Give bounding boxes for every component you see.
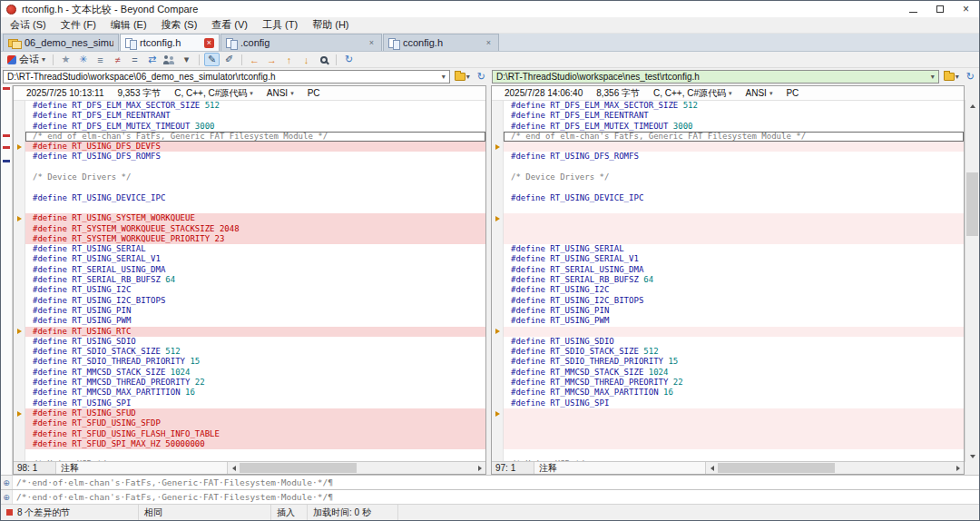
right-format-dropdown[interactable]: C, C++, C#源代码 [653, 87, 726, 100]
code-line[interactable]: #define RT_SDIO_STACK_SIZE 512 [504, 347, 964, 357]
tab-close-icon[interactable]: × [367, 38, 377, 48]
left-line-ending[interactable]: PC [308, 88, 320, 98]
scroll-left-button[interactable] [228, 462, 240, 474]
code-line[interactable]: #define RT_USING_SERIAL_V1 [504, 254, 964, 264]
line-detail-text[interactable]: /*·end·of·elm-chan's·FatFs,·Generic·FAT·… [13, 490, 979, 504]
left-reload-file-button[interactable]: ↻ [475, 70, 488, 84]
code-line[interactable]: #define RT_DFS_ELM_MAX_SECTOR_SIZE 512 [504, 101, 964, 111]
code-line[interactable]: #define RT_DFS_ELM_MAX_SECTOR_SIZE 512 [25, 101, 485, 111]
code-line[interactable]: #define RT_USING_PIN [504, 306, 964, 316]
code-line[interactable]: #define RT_USING_DFS_ROMFS [25, 152, 485, 162]
previous-difference-icon[interactable]: ↑ [281, 53, 297, 66]
code-line[interactable]: #define RT_USING_DEVICE_IPC [25, 193, 485, 203]
menu-item[interactable]: 查看 (V) [204, 17, 255, 33]
code-line[interactable]: #define RT_USING_PWM [504, 316, 964, 326]
code-line[interactable]: #define RT_USING_SPI [504, 398, 964, 408]
session-menu-button[interactable]: 会话 ▾ [5, 53, 48, 66]
scroll-track[interactable] [240, 462, 474, 474]
code-line[interactable]: /* end of elm-chan's FatFs, Generic FAT … [504, 132, 964, 142]
code-line[interactable] [504, 429, 964, 439]
swap-sides-icon[interactable]: ⇄ [144, 53, 160, 66]
code-line[interactable] [504, 234, 964, 244]
code-line[interactable]: #define RT_SFUD_SPI_MAX_HZ 50000000 [25, 439, 485, 449]
code-line[interactable]: /* Device Drivers */ [504, 172, 964, 182]
maximize-button[interactable] [926, 1, 953, 17]
tab-rtconfig-h[interactable]: rtconfig.h× [120, 34, 220, 51]
code-line[interactable] [504, 327, 964, 337]
next-difference-icon[interactable]: ↓ [299, 53, 314, 66]
left-browse-button[interactable]: ▾ [452, 70, 473, 84]
code-line[interactable]: #define RT_SDIO_STACK_SIZE 512 [25, 347, 485, 357]
scroll-right-button[interactable] [952, 462, 964, 474]
code-line[interactable]: #define RT_USING_RTC [25, 327, 485, 337]
scroll-track[interactable] [965, 112, 979, 450]
right-encoding-dropdown[interactable]: ANSI [746, 88, 767, 98]
format-icon[interactable]: ✐ [221, 53, 237, 66]
vertical-scrollbar[interactable] [965, 100, 979, 462]
code-line[interactable]: /* Device Drivers */ [25, 172, 485, 182]
code-line[interactable] [504, 439, 964, 449]
code-line[interactable]: #define RT_SERIAL_USING_DMA [504, 265, 964, 275]
code-line[interactable]: #define RT_SDIO_THREAD_PRIORITY 15 [25, 357, 485, 367]
session-dropdown-icon[interactable]: ▾ [179, 53, 194, 66]
code-line[interactable]: #define RT_USING_I2C_BITOPS [25, 296, 485, 306]
right-line-ending[interactable]: PC [786, 88, 799, 98]
minimize-button[interactable] [900, 1, 926, 17]
code-line[interactable] [504, 408, 964, 418]
code-line[interactable]: #define RT_MMCSD_MAX_PARTITION 16 [504, 388, 964, 398]
right-code[interactable]: #define RT_DFS_ELM_MAX_SECTOR_SIZE 512#d… [504, 101, 964, 461]
code-line[interactable]: #define RT_USING_I2C [25, 285, 485, 295]
tab-close-icon[interactable]: × [204, 38, 214, 48]
code-line[interactable]: #define RT_USING_SYSTEM_WORKQUEUE [25, 213, 485, 223]
code-line[interactable]: #define RT_MMCSD_THREAD_PREORITY 22 [504, 378, 964, 388]
minor-differences-icon[interactable]: ✳ [75, 53, 91, 66]
code-line[interactable]: #define RT_USING_SFUD [25, 408, 485, 418]
overview-diff-mark[interactable] [3, 160, 10, 162]
edit-mode-icon[interactable]: ✎ [204, 53, 220, 66]
code-line[interactable]: #define RT_USING_I2C [504, 285, 964, 295]
code-line[interactable] [504, 224, 964, 234]
code-line[interactable]: #define RT_USING_SERIAL_V1 [25, 254, 485, 264]
code-line[interactable] [504, 418, 964, 428]
left-path-input[interactable]: D:\RT-ThreadStudio\workspace\06_demo_nes… [3, 70, 450, 84]
scroll-thumb[interactable] [240, 463, 357, 473]
left-code[interactable]: #define RT_DFS_ELM_MAX_SECTOR_SIZE 512#d… [25, 101, 485, 461]
code-line[interactable]: #define RT_SFUD_USING_FLASH_INFO_TABLE [25, 429, 485, 439]
code-line[interactable]: #define RT_SYSTEM_WORKQUEUE_STACKSIZE 20… [25, 224, 485, 234]
code-line[interactable]: #define RT_MMCSD_MAX_PARTITION 16 [25, 388, 485, 398]
code-line[interactable]: #define RT_DFS_ELM_MUTEX_TIMEOUT 3000 [504, 122, 964, 132]
overview-diff-mark[interactable] [3, 134, 10, 137]
code-line[interactable]: #define RT_MMCSD_STACK_SIZE 1024 [25, 368, 485, 378]
overview-diff-mark[interactable] [3, 146, 10, 149]
right-reload-file-button[interactable]: ↻ [964, 70, 977, 84]
favorites-icon[interactable]: ★ [58, 53, 74, 66]
left-horizontal-scrollbar[interactable] [228, 462, 485, 474]
reload-icon[interactable]: ↻ [341, 53, 357, 66]
overview-strip[interactable] [1, 85, 13, 475]
code-line[interactable]: #define RT_USING_DFS_DEVFS [25, 142, 485, 152]
scroll-thumb[interactable] [966, 172, 978, 236]
code-line[interactable] [504, 162, 964, 172]
scroll-left-button[interactable] [706, 462, 718, 474]
tab-06-demo-nes-simulator[interactable]: 06_demo_nes_simulator <... [3, 34, 119, 51]
left-format-dropdown[interactable]: C, C++, C#源代码 [174, 87, 247, 100]
menu-item[interactable]: 工具 (T) [255, 17, 305, 33]
code-line[interactable] [504, 142, 964, 152]
menu-item[interactable]: 文件 (F) [54, 17, 103, 33]
copy-to-right-icon[interactable]: → [264, 53, 279, 66]
code-line[interactable]: #define RT_SERIAL_RB_BUFSZ 64 [25, 275, 485, 285]
scroll-thumb[interactable] [718, 463, 835, 473]
code-line[interactable]: #define RT_USING_DEVICE_IPC [504, 193, 964, 203]
code-line[interactable]: #define RT_USING_SDIO [25, 337, 485, 347]
right-horizontal-scrollbar[interactable] [706, 462, 964, 474]
scroll-right-button[interactable] [474, 462, 485, 474]
code-line[interactable] [504, 213, 964, 223]
tab-close-icon[interactable]: × [484, 38, 494, 48]
users-icon[interactable] [162, 53, 177, 66]
code-line[interactable]: #define RT_DFS_ELM_REENTRANT [25, 111, 485, 121]
show-differences-icon[interactable]: ≠ [110, 53, 125, 66]
code-line[interactable]: #define RT_USING_SDIO [504, 337, 964, 347]
code-line[interactable]: #define RT_SERIAL_USING_DMA [25, 265, 485, 275]
code-line[interactable]: #define RT_SERIAL_RB_BUFSZ 64 [504, 275, 964, 285]
code-line[interactable]: #define RT_USING_SPI [25, 398, 485, 408]
